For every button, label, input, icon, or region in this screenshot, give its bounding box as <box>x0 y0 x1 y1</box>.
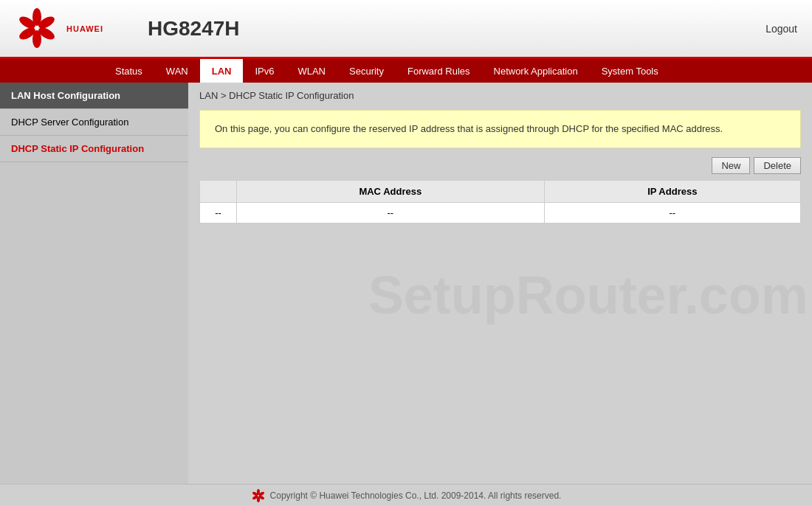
brand-name: HUAWEI <box>66 24 103 33</box>
static-ip-table: MAC Address IP Address -- -- -- <box>199 180 801 223</box>
row-mac: -- <box>237 202 545 223</box>
sidebar: LAN Host Configuration DHCP Server Confi… <box>0 83 188 484</box>
watermark: SetupRouter.com <box>368 265 808 325</box>
row-ip: -- <box>544 202 800 223</box>
nav-wan[interactable]: WAN <box>154 59 200 83</box>
footer: Copyright © Huawei Technologies Co., Ltd… <box>0 484 812 506</box>
logout-button[interactable]: Logout <box>765 23 797 35</box>
sidebar-item-lan-host[interactable]: LAN Host Configuration <box>0 83 188 109</box>
content-area: LAN > DHCP Static IP Configuration On th… <box>188 83 812 484</box>
huawei-logo-icon <box>15 8 59 49</box>
nav-wlan[interactable]: WLAN <box>286 59 337 83</box>
info-box: On this page, you can configure the rese… <box>199 110 801 148</box>
sidebar-item-dhcp-server[interactable]: DHCP Server Configuration <box>0 109 188 136</box>
model-name: HG8247H <box>133 17 765 41</box>
nav-bar: Status WAN LAN IPv6 WLAN Security Forwar… <box>0 59 812 83</box>
header: HUAWEI HG8247H Logout <box>0 0 812 59</box>
footer-text: Copyright © Huawei Technologies Co., Ltd… <box>270 491 562 501</box>
nav-status[interactable]: Status <box>103 59 154 83</box>
row-col0: -- <box>200 202 237 223</box>
main-layout: LAN Host Configuration DHCP Server Confi… <box>0 83 812 484</box>
nav-network-application[interactable]: Network Application <box>482 59 590 83</box>
nav-lan[interactable]: LAN <box>200 59 244 83</box>
col-ip-header: IP Address <box>544 180 800 202</box>
new-button[interactable]: New <box>712 157 750 174</box>
col-mac-header: MAC Address <box>237 180 545 202</box>
breadcrumb: LAN > DHCP Static IP Configuration <box>199 90 801 101</box>
nav-forward-rules[interactable]: Forward Rules <box>396 59 482 83</box>
nav-system-tools[interactable]: System Tools <box>590 59 670 83</box>
table-row: -- -- -- <box>200 202 801 223</box>
table-controls: New Delete <box>199 157 801 174</box>
logo-area: HUAWEI <box>15 8 133 49</box>
sidebar-item-dhcp-static-ip[interactable]: DHCP Static IP Configuration <box>0 136 188 162</box>
footer-logo-icon <box>251 489 266 502</box>
nav-ipv6[interactable]: IPv6 <box>243 59 286 83</box>
col-checkbox-header <box>200 180 237 202</box>
delete-button[interactable]: Delete <box>754 157 801 174</box>
nav-security[interactable]: Security <box>337 59 396 83</box>
